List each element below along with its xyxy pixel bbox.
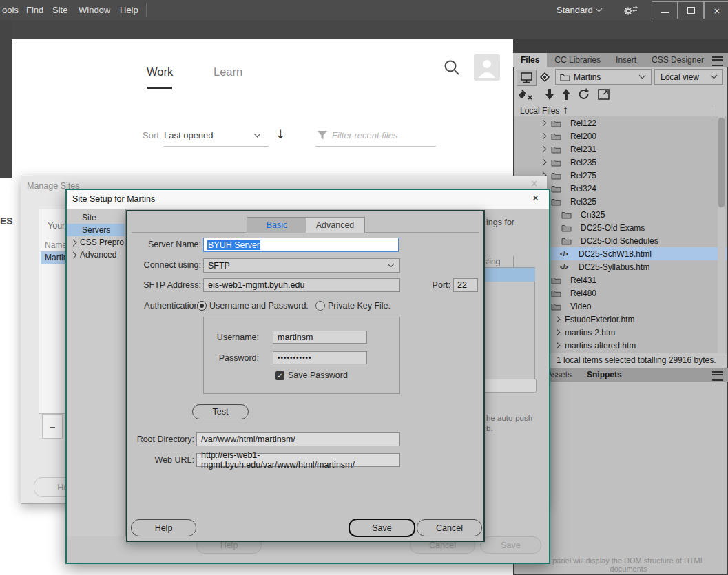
sidebar-item-advanced[interactable]: Advanced [67, 249, 125, 261]
files-panel-tabbar: Files CC Libraries Insert CSS Designer [513, 53, 728, 67]
dreamweaver-window: ES Work Learn Sort Last opened ↓ Filter … [0, 0, 728, 575]
username-input[interactable]: martinsm [273, 331, 367, 344]
panel-menu-icon[interactable] [712, 56, 723, 66]
menubar-divider [146, 3, 147, 17]
sidebar-item-servers[interactable]: Servers [67, 224, 125, 236]
site-selector-dropdown[interactable]: Martins [555, 69, 652, 85]
chevron-right-icon[interactable] [540, 133, 547, 140]
tree-item-label: Rel235 [570, 158, 596, 167]
chevron-right-icon[interactable] [554, 329, 561, 336]
web-url-input[interactable]: http://eis-web1-mgmt.byuh.edu/var/www/ht… [196, 453, 400, 467]
sort-ascending-icon: ↑ [562, 106, 569, 116]
close-icon[interactable]: × [532, 192, 539, 205]
chevron-right-icon[interactable] [540, 146, 547, 153]
tree-item[interactable]: Rel122 [514, 116, 727, 129]
tree-item[interactable]: Rel231 [514, 143, 727, 156]
local-files-header[interactable]: Local Files ↑ [520, 106, 569, 116]
connect-using-select[interactable]: SFTP [203, 258, 400, 273]
menu-site[interactable]: Site [52, 5, 67, 15]
password-input[interactable]: ••••••••••• [273, 351, 367, 364]
server-row-selected[interactable] [481, 268, 535, 282]
tab-css-designer[interactable]: CSS Designer [644, 53, 711, 67]
chevron-right-icon[interactable] [540, 120, 547, 127]
avatar[interactable] [474, 54, 500, 81]
put-files-icon[interactable] [561, 88, 571, 101]
chevron-right-icon[interactable] [70, 251, 77, 258]
tree-scrollbar-thumb[interactable] [718, 118, 725, 207]
minimize-button[interactable] [652, 1, 678, 19]
tree-item-label: Rel324 [570, 184, 596, 194]
radio-username-password[interactable] [197, 301, 207, 311]
workspace-switcher[interactable]: Standard [557, 5, 593, 15]
name-column-header: Name [45, 240, 67, 250]
root-directory-input[interactable]: /var/www/html/martinsm/ [196, 432, 400, 446]
tab-snippets[interactable]: Snippets [579, 368, 630, 382]
server-connect-toggle[interactable] [517, 70, 537, 86]
folder-icon [551, 158, 561, 167]
autopush-fragment-line2: b. [486, 424, 493, 432]
sort-direction-icon[interactable]: ↓ [275, 127, 285, 141]
root-directory-value: /var/www/html/martinsm/ [201, 435, 295, 444]
tab-insert[interactable]: Insert [608, 53, 644, 67]
radio-private-key[interactable] [315, 301, 325, 311]
save-button-disabled[interactable]: Save [480, 536, 541, 554]
get-files-icon[interactable] [545, 88, 554, 101]
server-name-input[interactable]: BYUH Server [203, 238, 399, 252]
port-input[interactable]: 22 [453, 278, 478, 292]
menu-find[interactable]: Find [26, 5, 43, 15]
panel-menu-icon[interactable] [712, 371, 723, 381]
menu-window[interactable]: Window [79, 5, 110, 15]
start-screen-heading-fragment: ES [0, 216, 13, 227]
search-icon[interactable] [443, 59, 461, 76]
tab-advanced[interactable]: Advanced [306, 217, 365, 233]
tab-cc-libraries[interactable]: CC Libraries [547, 53, 608, 67]
site-setup-titlebar: Site Setup for Martins × [67, 190, 549, 209]
menu-help[interactable]: Help [120, 5, 138, 15]
tree-scrollbar-track[interactable] [718, 116, 725, 353]
filter-underline [315, 146, 436, 147]
chevron-down-icon[interactable] [596, 6, 603, 12]
chevron-right-icon[interactable] [554, 316, 561, 323]
help-button[interactable]: Help [131, 519, 196, 536]
tree-item-label: EstudoExterior.htm [565, 315, 634, 324]
folder-icon [551, 289, 561, 297]
settings-sync-icon[interactable] [622, 3, 638, 17]
tree-item-label: DC25-Syllabus.htm [579, 262, 649, 272]
sidebar-item-css-preprocessors[interactable]: CSS Prepro [67, 236, 125, 249]
save-password-checkbox[interactable]: ✓ [275, 371, 284, 380]
tab-basic[interactable]: Basic [247, 217, 307, 233]
view-selector-dropdown[interactable]: Local view [654, 69, 723, 85]
tab-learn[interactable]: Learn [214, 65, 242, 79]
filter-recent-files-input[interactable]: Filter recent files [332, 130, 397, 140]
server-field-fragment [483, 379, 537, 393]
sidebar-item-site[interactable]: Site [67, 211, 125, 224]
tree-item[interactable]: Rel235 [514, 156, 727, 169]
sort-dropdown[interactable]: Last opened [164, 130, 214, 140]
expand-panel-icon[interactable] [598, 89, 610, 100]
test-button[interactable]: Test [192, 404, 249, 419]
sftp-address-label: SFTP Address: [127, 280, 201, 290]
tab-files[interactable]: Files [513, 53, 547, 67]
connect-remote-icon[interactable] [518, 89, 534, 101]
menu-tools[interactable]: ools [2, 5, 19, 15]
remove-site-button[interactable]: – [42, 414, 63, 439]
diamond-site-icon[interactable] [538, 70, 552, 84]
tree-item-label: Rel325 [570, 197, 596, 207]
cancel-button[interactable]: Cancel [417, 519, 482, 536]
tree-item-label: Rel275 [570, 171, 596, 180]
tree-item-label: Rel200 [570, 132, 596, 141]
chevron-right-icon[interactable] [554, 342, 561, 349]
column-divider[interactable] [714, 105, 714, 116]
dom-panel-message: panel will display the DOM structure of … [548, 556, 709, 573]
close-button[interactable]: × [704, 1, 728, 19]
chevron-right-icon[interactable] [70, 239, 77, 246]
tree-item[interactable]: Rel200 [514, 129, 727, 143]
refresh-icon[interactable] [578, 88, 590, 101]
tab-work[interactable]: Work [147, 65, 173, 79]
sort-underline [164, 146, 269, 147]
chevron-down-icon[interactable] [254, 131, 261, 138]
save-button[interactable]: Save [349, 519, 415, 537]
chevron-right-icon[interactable] [540, 159, 547, 166]
maximize-button[interactable] [678, 1, 704, 19]
sftp-address-input[interactable]: eis-web1-mgmt.byuh.edu [203, 278, 400, 292]
